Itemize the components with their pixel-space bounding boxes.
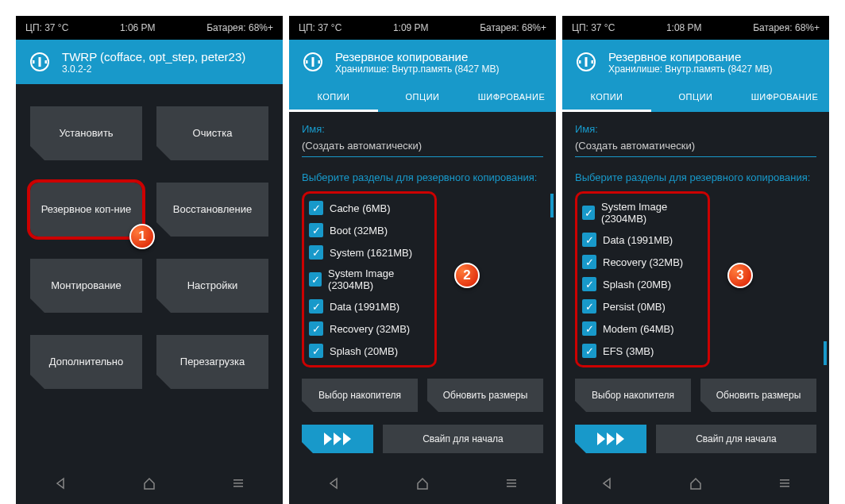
header-subtitle: Хранилише: Внутр.память (8427 MB) xyxy=(608,63,773,75)
swipe-arrows-icon xyxy=(302,425,373,453)
partition-row[interactable]: ✓Persist (0MB) xyxy=(579,295,706,317)
partition-section-label: Выберите разделы для резервного копирова… xyxy=(575,171,816,183)
callout-badge-3: 3 xyxy=(727,263,753,288)
restore-button[interactable]: Восстановление xyxy=(156,183,268,237)
back-icon[interactable] xyxy=(52,475,68,494)
back-icon[interactable] xyxy=(599,475,615,494)
checkbox-icon: ✓ xyxy=(309,299,323,314)
scrollbar[interactable] xyxy=(824,341,827,365)
status-bar: ЦП: 37 °C 1:06 PM Батарея: 68%+ xyxy=(16,16,283,40)
svg-rect-5 xyxy=(233,483,243,484)
partition-row[interactable]: ✓System Image (2304MB) xyxy=(306,264,433,295)
partition-row[interactable]: ✓Splash (20MB) xyxy=(579,273,706,295)
mount-button[interactable]: Монтирование xyxy=(30,259,142,313)
partition-section-label: Выберите разделы для резервного копирова… xyxy=(302,171,543,183)
svg-rect-4 xyxy=(233,479,243,481)
screen-backup-1: ЦП: 37 °C 1:09 PM Батарея: 68%+ Резервно… xyxy=(289,16,556,504)
menu-icon[interactable] xyxy=(504,475,519,494)
checkbox-icon: ✓ xyxy=(309,344,323,358)
svg-rect-3 xyxy=(39,57,41,67)
svg-rect-1 xyxy=(33,60,35,63)
partition-row[interactable]: ✓System Image (2304MB) xyxy=(579,197,706,229)
refresh-sizes-button[interactable]: Обновить размеры xyxy=(700,379,816,412)
home-icon[interactable] xyxy=(141,475,157,494)
partition-row[interactable]: ✓EFS (3MB) xyxy=(579,340,706,362)
status-time: 1:09 PM xyxy=(393,22,429,33)
swipe-to-start[interactable]: Свайп для начала xyxy=(302,425,543,453)
swipe-label: Свайп для начала xyxy=(656,425,816,453)
name-label: Имя: xyxy=(575,123,816,135)
checkbox-icon: ✓ xyxy=(582,321,596,336)
tab-copies[interactable]: КОПИИ xyxy=(562,84,651,112)
partition-list: ✓Cache (6MB) ✓Boot (32MB) ✓System (1621M… xyxy=(302,191,437,367)
partition-row[interactable]: ✓Recovery (32MB) xyxy=(306,317,433,340)
partition-row[interactable]: ✓Splash (20MB) xyxy=(306,340,433,362)
twrp-logo-icon xyxy=(25,48,54,76)
checkbox-icon: ✓ xyxy=(309,272,322,287)
tabs: КОПИИ ОПЦИИ ШИФРОВАНИЕ xyxy=(562,84,829,112)
header: Резервное копирование Хранилише: Внутр.п… xyxy=(289,40,556,84)
partition-row[interactable]: ✓Data (1991MB) xyxy=(579,229,706,251)
status-time: 1:06 PM xyxy=(120,22,156,33)
twrp-logo-icon xyxy=(299,48,327,76)
checkbox-icon: ✓ xyxy=(582,277,596,291)
settings-button[interactable]: Настройки xyxy=(156,259,268,313)
menu-icon[interactable] xyxy=(777,475,793,494)
svg-rect-20 xyxy=(780,486,789,487)
header: TWRP (cofface, opt_step, peter23) 3.0.2-… xyxy=(16,40,283,84)
home-icon[interactable] xyxy=(415,475,430,494)
svg-rect-12 xyxy=(507,483,516,484)
partition-row[interactable]: ✓System (1621MB) xyxy=(306,241,433,264)
header-title: TWRP (cofface, opt_step, peter23) xyxy=(62,50,245,63)
scrollbar[interactable] xyxy=(550,194,554,217)
svg-rect-15 xyxy=(579,60,581,63)
header-title: Резервное копирование xyxy=(335,50,500,63)
tab-copies[interactable]: КОПИИ xyxy=(289,84,378,112)
partition-list: ✓System Image (2304MB) ✓Data (1991MB) ✓R… xyxy=(575,191,710,367)
checkbox-icon: ✓ xyxy=(582,233,596,247)
tab-options[interactable]: ОПЦИИ xyxy=(378,84,467,112)
home-icon[interactable] xyxy=(688,475,704,494)
svg-rect-2 xyxy=(45,60,48,63)
checkbox-icon: ✓ xyxy=(309,245,323,260)
checkbox-icon: ✓ xyxy=(582,255,596,269)
partition-row[interactable]: ✓Data (1991MB) xyxy=(306,295,433,317)
svg-rect-13 xyxy=(507,486,516,487)
advanced-button[interactable]: Дополнительно xyxy=(30,335,142,389)
main-menu: Установить Очистка Резервное коп-ние 1 В… xyxy=(16,84,283,464)
tab-options[interactable]: ОПЦИИ xyxy=(651,84,740,112)
refresh-sizes-button[interactable]: Обновить размеры xyxy=(427,379,543,412)
wipe-button[interactable]: Очистка xyxy=(156,106,268,160)
status-bar: ЦП: 37 °C 1:08 PM Батарея: 68%+ xyxy=(562,16,829,40)
nav-bar xyxy=(16,464,283,504)
select-storage-button[interactable]: Выбор накопителя xyxy=(575,379,691,412)
swipe-arrows-icon xyxy=(575,425,646,453)
name-field[interactable]: (Создать автоматически) xyxy=(575,140,816,157)
svg-rect-19 xyxy=(780,483,789,484)
name-field[interactable]: (Создать автоматически) xyxy=(302,140,543,157)
install-button[interactable]: Установить xyxy=(30,106,142,160)
checkbox-icon: ✓ xyxy=(582,206,595,220)
callout-badge-1: 1 xyxy=(129,224,155,249)
menu-icon[interactable] xyxy=(230,475,246,494)
partition-row[interactable]: ✓Boot (32MB) xyxy=(306,219,433,241)
svg-rect-9 xyxy=(318,60,321,63)
status-bar: ЦП: 37 °C 1:09 PM Батарея: 68%+ xyxy=(289,16,556,40)
content: Имя: (Создать автоматически) Выберите ра… xyxy=(289,112,556,464)
back-icon[interactable] xyxy=(326,475,341,494)
status-battery: Батарея: 68%+ xyxy=(480,22,546,33)
select-storage-button[interactable]: Выбор накопителя xyxy=(302,379,418,412)
tab-encryption[interactable]: ШИФРОВАНИЕ xyxy=(740,84,829,112)
partition-row[interactable]: ✓Modem (64MB) xyxy=(579,317,706,340)
backup-button[interactable]: Резервное коп-ние xyxy=(30,183,142,237)
header: Резервное копирование Хранилише: Внутр.п… xyxy=(562,40,829,84)
checkbox-icon: ✓ xyxy=(309,201,323,215)
partition-row[interactable]: ✓Recovery (32MB) xyxy=(579,251,706,273)
swipe-to-start[interactable]: Свайп для начала xyxy=(575,425,816,453)
reboot-button[interactable]: Перезагрузка xyxy=(156,335,268,389)
tab-encryption[interactable]: ШИФРОВАНИЕ xyxy=(467,84,556,112)
partition-row[interactable]: ✓Cache (6MB) xyxy=(306,197,433,219)
tabs: КОПИИ ОПЦИИ ШИФРОВАНИЕ xyxy=(289,84,556,112)
checkbox-icon: ✓ xyxy=(309,321,323,336)
checkbox-icon: ✓ xyxy=(582,299,596,314)
